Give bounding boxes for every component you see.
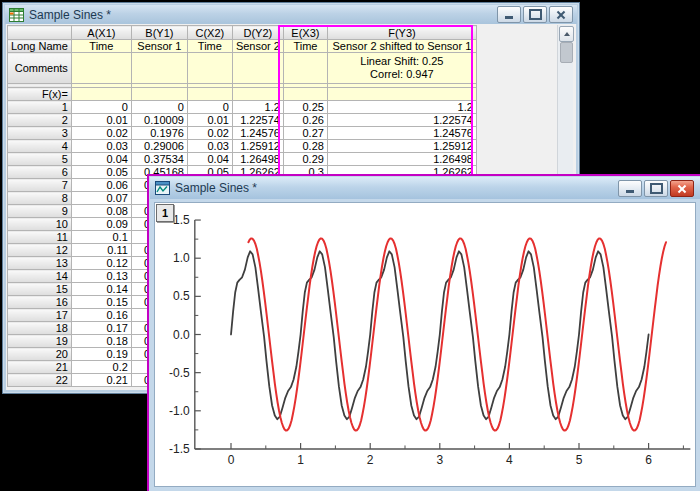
row-number[interactable]: 8 bbox=[8, 192, 72, 205]
long-name-row-label[interactable]: Long Name bbox=[8, 40, 72, 53]
data-cell[interactable]: 0.09 bbox=[71, 218, 131, 231]
graph-minimize-button[interactable] bbox=[618, 180, 642, 197]
comments-cell[interactable] bbox=[131, 53, 187, 84]
graph-plot[interactable]: 0123456-1.5-1.0-0.50.00.51.01.5 bbox=[155, 203, 693, 484]
scrollbar-thumb[interactable] bbox=[560, 42, 573, 63]
data-cell[interactable]: 0.11 bbox=[71, 244, 131, 257]
data-cell[interactable]: 0.12 bbox=[71, 257, 131, 270]
data-cell[interactable]: 0.04 bbox=[187, 153, 232, 166]
column-header-b[interactable]: B(Y1) bbox=[131, 26, 187, 40]
fx-row-label[interactable]: F(x)= bbox=[8, 88, 72, 101]
fx-cell[interactable] bbox=[71, 88, 131, 101]
row-number[interactable]: 6 bbox=[8, 166, 72, 179]
long-name-cell[interactable]: Time bbox=[187, 40, 232, 53]
comments-cell[interactable] bbox=[187, 53, 232, 84]
fx-cell[interactable] bbox=[131, 88, 187, 101]
row-number[interactable]: 17 bbox=[8, 309, 72, 322]
data-cell[interactable]: 0.02 bbox=[187, 127, 232, 140]
data-cell[interactable]: 0.25 bbox=[283, 101, 327, 114]
fx-cell[interactable] bbox=[283, 88, 327, 101]
data-cell[interactable]: 0.02 bbox=[71, 127, 131, 140]
column-header-d[interactable]: D(Y2) bbox=[232, 26, 283, 40]
row-number[interactable]: 5 bbox=[8, 153, 72, 166]
graph-maximize-button[interactable] bbox=[644, 180, 668, 197]
data-cell[interactable]: 0 bbox=[71, 101, 131, 114]
row-number[interactable]: 4 bbox=[8, 140, 72, 153]
row-number[interactable]: 2 bbox=[8, 114, 72, 127]
row-number[interactable]: 3 bbox=[8, 127, 72, 140]
long-name-cell[interactable]: Time bbox=[71, 40, 131, 53]
data-cell[interactable]: 0.26 bbox=[283, 114, 327, 127]
long-name-cell[interactable]: Sensor 1 bbox=[131, 40, 187, 53]
data-cell[interactable]: 0.03 bbox=[71, 140, 131, 153]
worksheet-corner-cell[interactable] bbox=[8, 26, 72, 40]
data-cell[interactable]: 1.26498 bbox=[232, 153, 283, 166]
row-number[interactable]: 13 bbox=[8, 257, 72, 270]
data-cell[interactable]: 0.13 bbox=[71, 270, 131, 283]
data-cell[interactable]: 1.2 bbox=[232, 101, 283, 114]
data-cell[interactable]: 0.29006 bbox=[131, 140, 187, 153]
data-cell[interactable]: 1.24576 bbox=[232, 127, 283, 140]
scroll-up-button[interactable] bbox=[559, 26, 574, 42]
row-number[interactable]: 7 bbox=[8, 179, 72, 192]
data-cell[interactable]: 0.19 bbox=[71, 348, 131, 361]
comments-row-label[interactable]: Comments bbox=[8, 53, 72, 84]
comments-cell[interactable] bbox=[232, 53, 283, 84]
data-cell[interactable]: 1.25912 bbox=[232, 140, 283, 153]
data-cell[interactable]: 0.01 bbox=[71, 114, 131, 127]
data-cell[interactable]: 1.24576 bbox=[327, 127, 476, 140]
column-header-e[interactable]: E(X3) bbox=[283, 26, 327, 40]
worksheet-minimize-button[interactable] bbox=[497, 6, 521, 23]
graph-page[interactable]: 1 0123456-1.5-1.0-0.50.00.51.01.5 bbox=[154, 202, 696, 487]
row-number[interactable]: 1 bbox=[8, 101, 72, 114]
data-cell[interactable]: 0.08 bbox=[71, 205, 131, 218]
data-cell[interactable]: 0.04 bbox=[71, 153, 131, 166]
worksheet-maximize-button[interactable] bbox=[523, 6, 547, 23]
data-cell[interactable]: 0.16 bbox=[71, 309, 131, 322]
data-cell[interactable]: 0.07 bbox=[71, 192, 131, 205]
data-cell[interactable]: 1.22574 bbox=[232, 114, 283, 127]
data-cell[interactable]: 0.01 bbox=[187, 114, 232, 127]
data-cell[interactable]: 0.06 bbox=[71, 179, 131, 192]
data-cell[interactable]: 0.21 bbox=[71, 374, 131, 387]
data-cell[interactable]: 0.05 bbox=[71, 166, 131, 179]
row-number[interactable]: 20 bbox=[8, 348, 72, 361]
graph-window[interactable]: Sample Sines * 1 0123456-1.5-1.0-0.50.00… bbox=[147, 174, 700, 491]
layer-1-button[interactable]: 1 bbox=[156, 204, 174, 222]
long-name-cell[interactable]: Sensor 2 bbox=[232, 40, 283, 53]
data-cell[interactable]: 0.29 bbox=[283, 153, 327, 166]
column-header-c[interactable]: C(X2) bbox=[187, 26, 232, 40]
column-header-f[interactable]: F(Y3) bbox=[327, 26, 476, 40]
comments-cell[interactable] bbox=[283, 53, 327, 84]
data-cell[interactable]: 0.1 bbox=[71, 231, 131, 244]
row-number[interactable]: 22 bbox=[8, 374, 72, 387]
comments-cell[interactable] bbox=[71, 53, 131, 84]
long-name-cell[interactable]: Time bbox=[283, 40, 327, 53]
data-cell[interactable]: 0.14 bbox=[71, 283, 131, 296]
data-cell[interactable]: 0.27 bbox=[283, 127, 327, 140]
row-number[interactable]: 15 bbox=[8, 283, 72, 296]
data-cell[interactable]: 0 bbox=[187, 101, 232, 114]
fx-cell[interactable] bbox=[187, 88, 232, 101]
row-number[interactable]: 12 bbox=[8, 244, 72, 257]
row-number[interactable]: 19 bbox=[8, 335, 72, 348]
data-cell[interactable]: 0.17 bbox=[71, 322, 131, 335]
worksheet-titlebar[interactable]: Sample Sines * bbox=[5, 5, 577, 24]
row-number[interactable]: 16 bbox=[8, 296, 72, 309]
data-cell[interactable]: 1.25912 bbox=[327, 140, 476, 153]
data-cell[interactable]: 0.2 bbox=[71, 361, 131, 374]
fx-cell[interactable] bbox=[327, 88, 476, 101]
data-cell[interactable]: 0.10009 bbox=[131, 114, 187, 127]
row-number[interactable]: 9 bbox=[8, 205, 72, 218]
graph-close-button[interactable] bbox=[670, 180, 694, 197]
comments-cell[interactable]: Linear Shift: 0.25Correl: 0.947 bbox=[327, 53, 476, 84]
long-name-cell[interactable]: Sensor 2 shifted to Sensor 1 bbox=[327, 40, 476, 53]
row-number[interactable]: 14 bbox=[8, 270, 72, 283]
data-cell[interactable]: 0.28 bbox=[283, 140, 327, 153]
data-cell[interactable]: 0 bbox=[131, 101, 187, 114]
data-cell[interactable]: 0.03 bbox=[187, 140, 232, 153]
row-number[interactable]: 11 bbox=[8, 231, 72, 244]
data-cell[interactable]: 0.18 bbox=[71, 335, 131, 348]
data-cell[interactable]: 0.1976 bbox=[131, 127, 187, 140]
worksheet-close-button[interactable] bbox=[549, 6, 573, 23]
